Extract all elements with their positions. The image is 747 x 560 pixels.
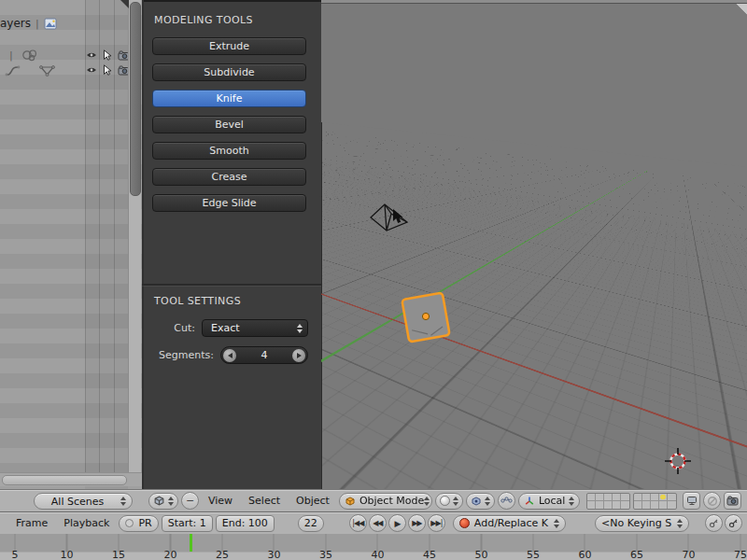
tool-button-extrude[interactable]: Extrude [152,37,306,55]
pyramid-wireframe-object[interactable] [371,204,407,231]
layer-cell[interactable] [621,501,629,509]
editor-type-dropdown[interactable] [148,493,178,510]
previous-keyframe-button[interactable]: ◀◀ [369,514,387,532]
scene-selector-dropdown[interactable]: All Scenes [34,493,133,510]
eye-icon[interactable] [86,50,97,60]
horizontal-scrollbar-thumb[interactable] [2,475,127,485]
segments-value: 4 [261,349,268,361]
layer-cell[interactable] [668,494,676,501]
segments-label: Segments: [159,349,214,361]
insert-keyframe-button[interactable] [705,514,723,532]
menu-playback[interactable]: Playback [57,517,116,529]
separator: | [35,18,39,30]
outliner-item-row[interactable] [5,63,57,77]
tool-button-crease[interactable]: Crease [152,168,306,186]
delete-keyframe-button[interactable] [725,514,742,532]
tool-button-edge-slide[interactable]: Edge Slide [152,194,306,212]
tool-button-smooth[interactable]: Smooth [152,142,306,160]
layer-cell[interactable] [642,494,651,501]
panel-corner-widget[interactable] [120,0,129,8]
render-button[interactable] [724,492,741,510]
layer-cell[interactable] [668,501,676,509]
layer-cell[interactable] [596,494,604,501]
shading-dropdown[interactable] [435,493,463,510]
horizontal-scrollbar[interactable] [0,472,142,486]
layer-cell[interactable] [642,501,651,509]
auto-keying-dropdown[interactable]: Add/Replace K [453,515,566,532]
menu-object[interactable]: Object [289,495,336,507]
snap-button[interactable] [703,492,721,510]
frame-start-stepper[interactable]: Start: 1 [162,515,213,532]
current-frame-stepper[interactable]: 22 [298,515,324,532]
layer-cell[interactable] [596,501,604,509]
ruler-label: 75 [734,549,747,560]
vertical-scrollbar-thumb[interactable] [130,2,141,196]
viewport-3d[interactable] [321,0,747,489]
ruler-label: 15 [112,549,125,560]
pivot-dropdown[interactable] [466,493,495,510]
ruler-label: 30 [268,549,281,560]
record-icon [459,518,470,528]
layer-cell[interactable] [613,494,621,501]
playhead-marker[interactable] [190,534,192,552]
layer-cell[interactable] [587,494,596,501]
stepper-decrement-icon[interactable] [223,349,236,362]
orientation-dropdown[interactable]: Local [518,493,581,510]
tool-button-bevel[interactable]: Bevel [152,116,306,133]
outliner-item-row[interactable]: | [9,49,41,63]
ruler-label: 10 [61,549,74,560]
cut-type-dropdown[interactable]: Exact [202,319,308,337]
viewport-display-button[interactable] [683,492,700,510]
layer-grid-left[interactable] [586,493,630,510]
layer-cell[interactable] [634,494,642,501]
selected-cube-object[interactable] [402,293,449,343]
eye-icon[interactable] [86,65,97,75]
outliner-panel[interactable]: ayers | | [0,0,142,489]
chevron-up-down-icon [168,497,174,506]
frame-end-stepper[interactable]: End: 100 [216,515,275,532]
mode-dropdown[interactable]: Object Mode [339,493,432,510]
ruler-label: 45 [423,549,436,560]
menu-view[interactable]: View [202,495,239,507]
vertical-scrollbar[interactable] [128,0,141,472]
layer-cell-active[interactable] [659,494,668,501]
layer-cell[interactable] [634,501,642,509]
cursor-icon[interactable] [103,64,112,76]
cursor-icon[interactable] [103,49,112,61]
menu-select[interactable]: Select [242,495,287,507]
segments-stepper[interactable]: 4 [220,346,308,364]
layer-cell[interactable] [659,501,668,509]
panel-divider [142,284,321,286]
menu-frame[interactable]: Frame [9,517,54,529]
chevron-up-down-icon [677,519,683,528]
manipulator-toggle-button[interactable] [498,492,515,510]
layer-cell[interactable] [604,494,613,501]
layer-cell[interactable] [651,501,659,509]
next-keyframe-button[interactable]: ▶▶ [408,514,426,532]
pr-toggle[interactable]: PR [119,515,158,532]
axis-gizmo-icon [524,496,535,507]
layer-cell[interactable] [651,494,659,501]
timeline-ruler[interactable]: 5 10 15 20 25 30 35 40 45 50 55 60 65 70… [0,534,747,560]
tool-button-knife[interactable]: Knife [152,90,306,107]
layer-cell[interactable] [604,501,613,509]
ruler-label: 70 [683,549,696,560]
jump-to-end-button[interactable]: ▶▶| [428,514,445,532]
stepper-increment-icon[interactable] [292,349,305,362]
layer-cell[interactable] [587,501,596,509]
object-data-icon [19,49,41,63]
layer-cell[interactable] [613,501,621,509]
layer-cell[interactable] [621,494,629,501]
current-frame-value: 22 [304,517,317,529]
collapse-menus-button[interactable]: − [181,492,199,510]
keying-set-dropdown[interactable]: <No Keying S [595,515,689,532]
tool-button-subdivide[interactable]: Subdivide [152,63,306,81]
jump-to-start-button[interactable]: |◀◀ [349,514,367,532]
mouse-cursor-icon [393,209,403,223]
scene-selector-value: All Scenes [51,496,104,508]
viewport-objects-overlay [321,0,747,489]
play-button[interactable]: ▶ [388,514,406,532]
screen-icon [686,496,698,506]
layer-grid-right[interactable] [633,493,677,510]
orientation-value: Local [539,495,566,507]
